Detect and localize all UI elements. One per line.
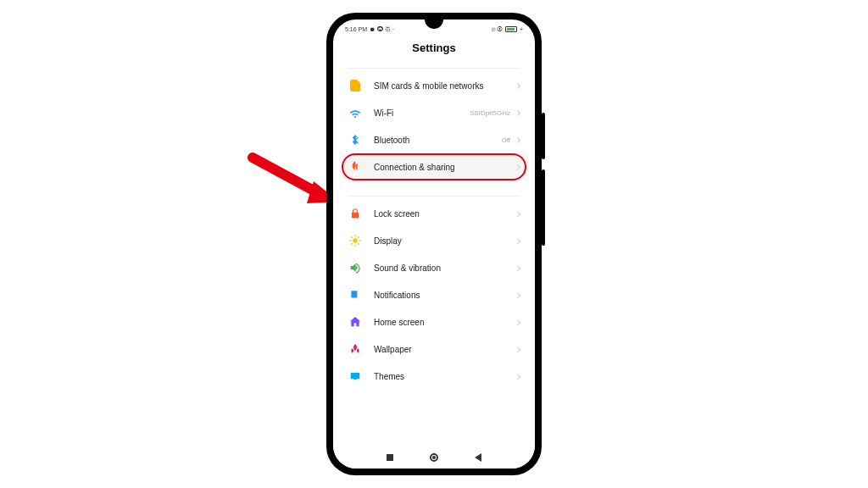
chevron-right-icon bbox=[515, 346, 520, 352]
row-sim-cards[interactable]: SIM cards & mobile networks bbox=[342, 72, 526, 99]
divider bbox=[348, 196, 520, 197]
row-value: SSIDptt5GHz bbox=[470, 109, 510, 117]
row-value: Off bbox=[501, 136, 510, 144]
nav-back-button[interactable] bbox=[474, 453, 482, 462]
chevron-right-icon bbox=[515, 237, 520, 243]
annotation-arrow bbox=[246, 151, 339, 210]
row-label: Connection & sharing bbox=[374, 163, 515, 172]
page-header: Settings bbox=[333, 35, 535, 64]
chevron-right-icon bbox=[515, 82, 520, 88]
svg-line-9 bbox=[358, 243, 359, 244]
status-time: 5:16 PM bbox=[345, 26, 367, 32]
row-connection-sharing[interactable]: Connection & sharing bbox=[342, 153, 526, 180]
row-label: Themes bbox=[374, 372, 515, 381]
svg-line-1 bbox=[253, 158, 326, 197]
chevron-right-icon bbox=[515, 373, 520, 379]
row-label: Bluetooth bbox=[374, 136, 501, 145]
chevron-right-icon bbox=[515, 210, 520, 216]
notifications-icon bbox=[348, 288, 362, 302]
chevron-right-icon bbox=[515, 264, 520, 270]
row-display[interactable]: Display bbox=[342, 227, 526, 254]
row-notifications[interactable]: Notifications bbox=[342, 281, 526, 308]
lock-icon bbox=[348, 207, 362, 220]
section-gap bbox=[342, 180, 526, 192]
phone-frame: 5:16 PM ⏺ ✪ ⚙ · ⎚ ⦿ + Settings SIM cards… bbox=[326, 13, 542, 475]
chevron-right-icon bbox=[515, 109, 520, 115]
connection-icon bbox=[348, 160, 362, 174]
svg-point-3 bbox=[353, 238, 357, 242]
nav-home-button[interactable] bbox=[430, 453, 438, 462]
row-label: Lock screen bbox=[374, 209, 515, 219]
sound-icon bbox=[348, 261, 362, 274]
phone-power-button bbox=[542, 169, 545, 246]
wallpaper-icon bbox=[348, 342, 362, 356]
battery-icon bbox=[505, 26, 517, 32]
row-sound-vibration[interactable]: Sound & vibration bbox=[342, 254, 526, 281]
row-lock-screen[interactable]: Lock screen bbox=[342, 200, 526, 227]
chevron-right-icon bbox=[515, 319, 520, 324]
sim-icon bbox=[348, 79, 362, 92]
charging-icon: + bbox=[520, 26, 523, 32]
chevron-right-icon bbox=[515, 164, 520, 169]
display-icon bbox=[348, 234, 362, 247]
row-wallpaper[interactable]: Wallpaper bbox=[342, 336, 526, 363]
row-home-screen[interactable]: Home screen bbox=[342, 308, 526, 336]
row-themes[interactable]: Themes bbox=[342, 363, 526, 390]
status-left-icons: ⏺ ✪ ⚙ · bbox=[370, 26, 394, 32]
phone-volume-button bbox=[542, 113, 545, 159]
chevron-right-icon bbox=[515, 291, 520, 297]
svg-rect-13 bbox=[353, 379, 357, 380]
row-label: Sound & vibration bbox=[374, 263, 515, 273]
chevron-right-icon bbox=[515, 136, 520, 142]
row-label: Wallpaper bbox=[374, 345, 515, 354]
row-wifi[interactable]: Wi-Fi SSIDptt5GHz bbox=[342, 99, 526, 126]
row-label: Wi-Fi bbox=[374, 108, 470, 118]
settings-list: SIM cards & mobile networks Wi-Fi SSIDpt… bbox=[333, 68, 535, 390]
themes-icon bbox=[348, 369, 362, 383]
phone-screen: 5:16 PM ⏺ ✪ ⚙ · ⎚ ⦿ + Settings SIM cards… bbox=[333, 19, 535, 469]
navigation-bar bbox=[333, 446, 535, 469]
svg-line-10 bbox=[351, 243, 352, 244]
svg-line-8 bbox=[351, 236, 352, 237]
svg-line-11 bbox=[358, 236, 359, 237]
svg-rect-12 bbox=[351, 373, 360, 379]
wifi-icon bbox=[348, 106, 362, 119]
bluetooth-icon bbox=[348, 133, 362, 147]
nav-recents-button[interactable] bbox=[386, 453, 394, 462]
row-label: Notifications bbox=[374, 291, 515, 300]
row-label: Home screen bbox=[374, 318, 515, 327]
row-bluetooth[interactable]: Bluetooth Off bbox=[342, 126, 526, 153]
page-title: Settings bbox=[333, 42, 535, 54]
home-icon bbox=[348, 315, 362, 329]
divider bbox=[348, 68, 520, 69]
status-right-icons: ⎚ ⦿ bbox=[492, 26, 503, 32]
row-label: SIM cards & mobile networks bbox=[374, 81, 515, 91]
row-label: Display bbox=[374, 236, 515, 246]
